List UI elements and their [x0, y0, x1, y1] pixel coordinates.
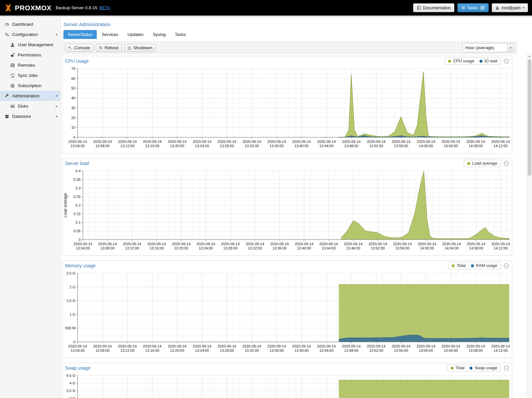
sidebar-item-user-management[interactable]: User Management — [0, 40, 60, 50]
legend-item[interactable]: CPU usage — [448, 59, 474, 63]
sidebar-item-administration[interactable]: Administration ▾ — [0, 91, 60, 101]
svg-text:2020-09-14: 2020-09-14 — [442, 344, 460, 348]
sidebar-item-sync-jobs[interactable]: Sync Jobs — [0, 70, 60, 81]
tasks-label: Tasks — [467, 6, 478, 10]
tab-services[interactable]: Services — [97, 30, 123, 39]
tasks-button[interactable]: Tasks 0 — [457, 3, 489, 12]
chart-legend[interactable]: Total RAM usage — [448, 262, 501, 269]
chart-legend[interactable]: CPU usage IO wait — [444, 57, 501, 65]
legend-item[interactable]: Total — [451, 366, 464, 370]
documentation-button[interactable]: Documentation — [413, 3, 454, 12]
top-bar: PROXMOX Backup Server 0.8-15 BETA Docume… — [0, 0, 532, 16]
svg-text:2020-09-14: 2020-09-14 — [118, 344, 137, 348]
legend-item[interactable]: RAM usage — [471, 263, 497, 268]
collapse-panel-icon[interactable] — [504, 263, 509, 269]
proxmox-x-icon — [4, 4, 13, 12]
legend-dot-icon — [470, 367, 473, 370]
svg-text:60: 60 — [71, 77, 75, 81]
svg-text:13:56:00: 13:56:00 — [395, 246, 409, 250]
sidebar-item-disks[interactable]: Disks ▸ — [0, 101, 60, 111]
svg-text:2020-09-14: 2020-09-14 — [246, 242, 264, 246]
sidebar-item-subscription[interactable]: Subscription — [0, 81, 60, 91]
wrench-icon — [5, 94, 9, 98]
svg-text:20: 20 — [71, 116, 75, 120]
chart-legend[interactable]: Load average — [464, 160, 501, 167]
svg-text:13:32:00: 13:32:00 — [248, 246, 262, 250]
tab-syslog[interactable]: Syslog — [148, 30, 170, 39]
shutdown-button[interactable]: Shutdown — [124, 44, 156, 52]
svg-text:2020-09-14: 2020-09-14 — [270, 242, 289, 246]
svg-text:13:52:00: 13:52:00 — [369, 348, 383, 352]
svg-text:14:08:00: 14:08:00 — [469, 246, 483, 250]
sidebar-item-datastore[interactable]: Datastore ▾ — [0, 111, 60, 121]
svg-text:13:16:00: 13:16:00 — [150, 246, 164, 250]
sidebar-item-label: Sync Jobs — [18, 73, 38, 78]
svg-text:0.05: 0.05 — [74, 229, 81, 233]
collapse-panel-icon[interactable] — [504, 161, 509, 166]
svg-text:2020-09-14: 2020-09-14 — [172, 242, 191, 246]
svg-text:50: 50 — [71, 86, 75, 90]
sidebar-item-dashboard[interactable]: Dashboard — [0, 19, 60, 29]
chevron-down-icon: ▾ — [507, 44, 514, 52]
user-menu-button[interactable]: root@pam ▾ — [492, 3, 528, 12]
console-button[interactable]: >_ Console — [65, 44, 93, 52]
legend-item[interactable]: IO wait — [479, 59, 497, 63]
svg-text:13:12:00: 13:12:00 — [125, 246, 139, 250]
svg-text:10: 10 — [71, 125, 75, 129]
sidebar-item-configuration[interactable]: Configuration ▾ — [0, 29, 60, 40]
sidebar-item-remotes[interactable]: Remotes — [0, 60, 60, 70]
svg-text:13:36:00: 13:36:00 — [269, 348, 284, 352]
svg-text:14:08:00: 14:08:00 — [469, 144, 483, 148]
legend-item[interactable]: Load average — [467, 161, 497, 166]
svg-text:2.5 G: 2.5 G — [66, 271, 75, 275]
legend-item[interactable]: Swap usage — [470, 366, 497, 370]
svg-text:1.5 G: 1.5 G — [66, 299, 75, 303]
reboot-button[interactable]: ↻ Reboot — [96, 44, 122, 52]
svg-text:0.1: 0.1 — [76, 220, 81, 224]
task-list-icon — [461, 6, 465, 10]
svg-text:13:36:00: 13:36:00 — [269, 144, 284, 148]
svg-text:2020-09-14: 2020-09-14 — [93, 140, 112, 144]
collapse-panel-icon[interactable] — [504, 58, 509, 64]
legend-item[interactable]: Total — [452, 263, 465, 268]
svg-text:2020-09-14: 2020-09-14 — [267, 140, 286, 144]
sidebar-item-label: Remotes — [18, 63, 35, 68]
tab-serverstatus[interactable]: ServerStatus — [63, 30, 97, 39]
svg-text:2020-09-14: 2020-09-14 — [242, 344, 261, 348]
timeframe-select[interactable]: Hour (average) ▾ — [462, 43, 514, 52]
svg-text:13:44:00: 13:44:00 — [322, 246, 336, 250]
sidebar-item-label: Permissions — [18, 52, 41, 57]
sidebar-item-label: Dashboard — [12, 22, 33, 27]
svg-text:13:20:00: 13:20:00 — [174, 246, 188, 250]
swap-usage-chart: 0500 M1 G1.5 G2 G2.5 G3 G3.5 G4 G4.5 G20… — [62, 373, 512, 398]
product-version: Backup Server 0.8-15 — [56, 5, 97, 10]
svg-text:2020-09-14: 2020-09-14 — [168, 140, 186, 144]
scroll-thumb[interactable] — [528, 59, 531, 176]
tab-tasks[interactable]: Tasks — [170, 30, 190, 39]
beta-link[interactable]: BETA — [99, 5, 110, 10]
tab-updates[interactable]: Updates — [123, 30, 148, 39]
svg-text:2020-09-14: 2020-09-14 — [319, 242, 338, 246]
svg-text:2020-09-14: 2020-09-14 — [267, 344, 286, 348]
sidebar-item-permissions[interactable]: Permissions — [0, 50, 60, 60]
svg-text:0: 0 — [73, 340, 75, 344]
svg-text:14:00:00: 14:00:00 — [419, 348, 433, 352]
svg-text:3.5 G: 3.5 G — [66, 389, 75, 393]
page-title: Server Administration — [61, 17, 532, 30]
cpu-usage-panel: CPU usage CPU usage IO wait 010203040506… — [62, 56, 512, 153]
scroll-up-button[interactable]: ▲ — [527, 54, 532, 59]
svg-text:2020-09-14: 2020-09-14 — [218, 344, 236, 348]
svg-text:14:00:00: 14:00:00 — [419, 144, 433, 148]
svg-text:2020-09-14: 2020-09-14 — [218, 140, 236, 144]
archive-icon — [5, 114, 9, 119]
svg-text:2020-09-14: 2020-09-14 — [392, 344, 410, 348]
svg-text:2020-09-14: 2020-09-14 — [392, 140, 410, 144]
svg-text:2 G: 2 G — [69, 285, 75, 289]
svg-text:13:04:00: 13:04:00 — [76, 246, 90, 250]
svg-text:2020-09-14: 2020-09-14 — [442, 242, 461, 246]
chart-legend[interactable]: Total Swap usage — [447, 364, 501, 372]
collapse-panel-icon[interactable] — [504, 365, 509, 371]
vertical-scrollbar[interactable]: ▲ — [527, 54, 532, 398]
svg-text:0.2: 0.2 — [76, 203, 81, 207]
svg-text:70: 70 — [71, 67, 75, 71]
